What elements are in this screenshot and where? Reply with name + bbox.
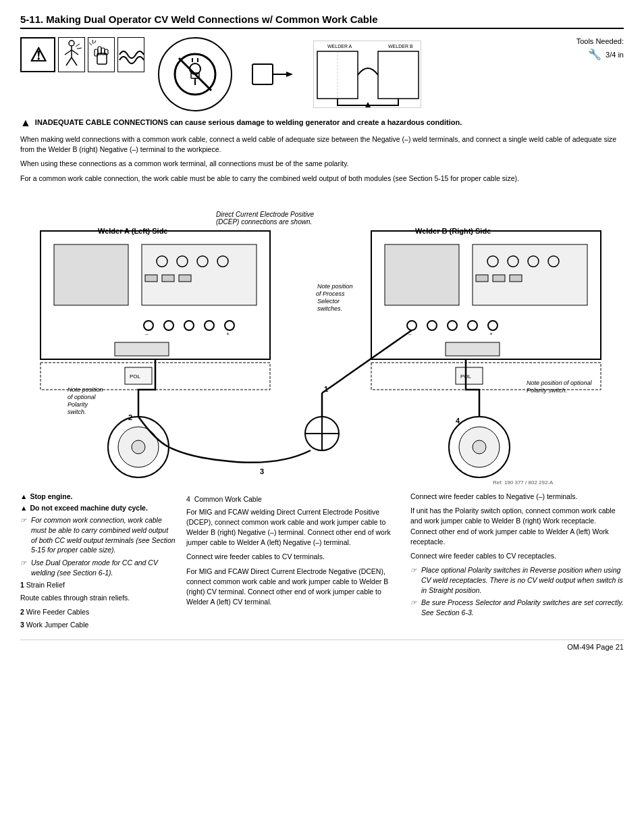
svg-point-42	[144, 321, 153, 330]
svg-text:switches.: switches.	[317, 305, 342, 312]
center-diagrams: WELDER A WELDER B	[158, 37, 576, 111]
col3-note2: Be sure Process Selector and Polarity sw…	[410, 598, 624, 617]
svg-line-4	[66, 57, 72, 66]
tools-label: Tools Needed:	[576, 37, 624, 45]
svg-point-66	[468, 321, 477, 330]
svg-rect-34	[142, 244, 257, 305]
svg-rect-33	[54, 244, 128, 305]
tools-needed: Tools Needed: 🔧 3/4 in	[576, 37, 624, 61]
col2-para2: Connect wire feeder cables to CV termina…	[186, 552, 400, 562]
svg-text:POL: POL	[130, 373, 141, 380]
svg-text:Ref. 190 377 / 802 292-A: Ref. 190 377 / 802 292-A	[493, 479, 554, 486]
svg-line-15	[95, 41, 96, 43]
body-para-3: For a common work cable connection, the …	[20, 174, 624, 184]
item-wire-feeder: 2 Wire Feeder Cables	[20, 607, 176, 617]
item-common-work: 4 Common Work Cable	[186, 494, 400, 504]
stop-engine-text: Stop engine.	[30, 492, 72, 502]
svg-line-2	[65, 50, 72, 55]
svg-rect-60	[476, 275, 488, 282]
svg-point-67	[488, 321, 498, 330]
svg-line-6	[76, 44, 80, 47]
svg-point-79	[473, 440, 486, 454]
top-area: ⚠	[20, 37, 624, 111]
svg-rect-23	[252, 64, 273, 84]
col3-para1: Connect wire feeder cables to Negative (…	[410, 492, 624, 502]
waves-icon	[117, 37, 144, 72]
svg-rect-70	[446, 342, 500, 356]
svg-point-0	[69, 41, 74, 46]
svg-text:2: 2	[128, 413, 132, 421]
svg-point-44	[184, 321, 194, 330]
page-number: OM-494 Page 21	[567, 643, 624, 651]
svg-text:switch.: switch.	[68, 409, 86, 415]
svg-line-14	[92, 40, 93, 44]
person-icon	[58, 37, 85, 72]
svg-text:–: –	[145, 331, 149, 337]
svg-point-43	[164, 321, 173, 330]
svg-text:Note position: Note position	[68, 386, 103, 393]
body-para-2: When using these connections as a common…	[20, 159, 624, 169]
col3-para3: Connect wire feeder cables to CV recepta…	[410, 551, 624, 561]
warning-main-text: INADEQUATE CABLE CONNECTIONS can cause s…	[35, 118, 462, 126]
svg-text:of Process: of Process	[316, 290, 345, 297]
svg-point-63	[407, 321, 417, 330]
svg-rect-40	[162, 275, 174, 282]
warning-triangle-icon: ⚠	[20, 37, 55, 72]
column-2: 4 Common Work Cable For MIG and FCAW wel…	[186, 492, 400, 633]
svg-point-64	[427, 321, 437, 330]
column-3: Connect wire feeder cables to Negative (…	[410, 492, 624, 633]
svg-rect-41	[179, 275, 191, 282]
svg-rect-29	[378, 51, 419, 99]
stop-triangle: ▲	[20, 492, 27, 502]
svg-text:of optional: of optional	[68, 394, 97, 400]
duty-cycle-warning: ▲ Do not exceed machine duty cycle.	[20, 503, 176, 513]
welder-b-label: Welder B (Right) Side	[415, 227, 491, 235]
no-weld-circle	[158, 37, 232, 111]
item-work-jumper: 3 Work Jumper Cable	[20, 620, 176, 630]
svg-rect-55	[473, 244, 587, 305]
feed-direction-diagram	[246, 47, 300, 101]
svg-text:4: 4	[456, 417, 460, 425]
svg-line-13	[89, 43, 92, 45]
svg-point-45	[205, 321, 214, 330]
svg-text:Selector: Selector	[317, 298, 340, 305]
tool-size: 3/4 in	[606, 51, 624, 59]
svg-marker-25	[286, 72, 293, 77]
svg-rect-54	[385, 244, 459, 305]
svg-text:+: +	[226, 331, 230, 337]
col2-para1: For MIG and FCAW welding Direct Current …	[186, 507, 400, 548]
svg-text:3: 3	[260, 467, 264, 475]
warning-block: ▲ INADEQUATE CABLE CONNECTIONS can cause…	[20, 118, 624, 129]
bottom-content: ▲ Stop engine. ▲ Do not exceed machine d…	[20, 492, 624, 633]
svg-line-3	[72, 50, 78, 55]
svg-line-7	[77, 48, 82, 49]
svg-point-46	[225, 321, 234, 330]
svg-text:Polarity: Polarity	[68, 401, 88, 408]
note-dual-operator: Use Dual Operator mode for CC and CV wel…	[20, 558, 176, 577]
svg-text:Note position: Note position	[317, 283, 353, 290]
col3-note1: Place optional Polarity switches in Reve…	[410, 565, 624, 595]
main-diagram: Direct Current Electrode Positive (DCEP)…	[20, 211, 624, 488]
svg-point-76	[132, 440, 145, 454]
duty-triangle: ▲	[20, 503, 27, 513]
strain-relief-desc: Route cables through strain reliefs.	[20, 593, 176, 603]
page-title: 5-11. Making Dual Operator CV Weld Conne…	[20, 14, 624, 29]
welder-a-label: Welder A (Left) Side	[98, 227, 168, 235]
duty-cycle-text: Do not exceed machine duty cycle.	[30, 503, 147, 513]
svg-point-65	[448, 321, 457, 330]
wrench-icon: 🔧	[588, 48, 601, 61]
warning-triangle-text: ▲	[20, 117, 31, 129]
svg-text:WELDER B: WELDER B	[388, 44, 413, 49]
dcep-note: Direct Current Electrode Positive (DCEP)…	[216, 211, 338, 226]
svg-text:Polarity switch.: Polarity switch.	[527, 387, 567, 394]
column-1: ▲ Stop engine. ▲ Do not exceed machine d…	[20, 492, 176, 633]
svg-rect-62	[510, 275, 522, 282]
svg-text:Note position of optional: Note position of optional	[527, 380, 593, 386]
svg-rect-49	[115, 342, 169, 356]
body-para-1: When making weld connections with a comm…	[20, 134, 624, 155]
svg-text:+: +	[489, 331, 493, 337]
page-footer: OM-494 Page 21	[20, 640, 624, 651]
col3-para2: If unit has the Polarity switch option, …	[410, 506, 624, 547]
stop-engine-warning: ▲ Stop engine.	[20, 492, 176, 502]
hand-icon	[88, 37, 115, 72]
